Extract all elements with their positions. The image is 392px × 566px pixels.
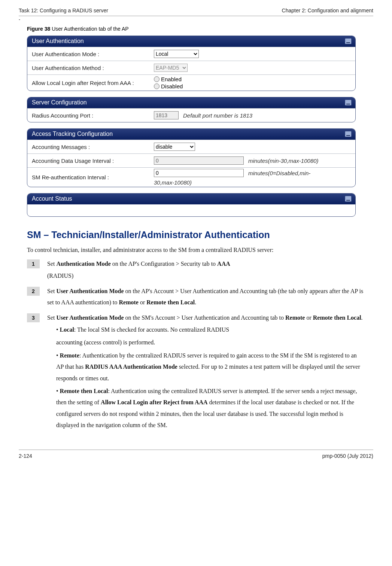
step-text: Set Authentication Mode on the AP's Conf… <box>47 258 365 283</box>
header-left: Task 12: Configuring a RADIUS server <box>19 7 108 13</box>
t: • <box>56 388 60 394</box>
radio-label: Enabled <box>161 76 182 82</box>
t: or <box>139 299 146 305</box>
panel-header: Access Tracking Configuration <box>27 129 355 140</box>
t: Authentication Mode <box>56 261 110 267</box>
row-accounting-messages: Accounting Messages : disable <box>27 140 355 153</box>
panel-access-tracking: Access Tracking Configuration Accounting… <box>27 128 356 187</box>
radio-enabled[interactable]: Enabled <box>154 76 183 82</box>
step-number: 2 <box>27 287 40 296</box>
reauth-interval-input[interactable] <box>154 169 244 177</box>
figure-label: Figure 38 <box>27 26 50 32</box>
t: : The local SM is checked for accounts. … <box>74 326 229 333</box>
t: on the SM's Account > User Authenticatio… <box>124 314 285 321</box>
t: • <box>56 352 60 359</box>
steps-list: 1 Set Authentication Mode on the AP's Co… <box>27 258 365 432</box>
t: Remote then Local <box>313 314 361 321</box>
t: Allow Local Login after Reject from AAA <box>101 399 208 405</box>
t: User Authentication Mode <box>56 314 124 321</box>
footer-right: pmp-0050 (July 2012) <box>322 453 373 459</box>
t: on the AP's Configuration > Security tab… <box>111 261 217 267</box>
dash: - <box>19 17 373 22</box>
label: Radius Accounting Port : <box>32 112 154 119</box>
label: User Authentication Mode : <box>32 51 154 57</box>
step-number: 1 <box>27 259 40 268</box>
row-accounting-interval: Accounting Data Usage Interval : minutes… <box>27 153 355 167</box>
panel-header: User Authentication <box>27 36 355 47</box>
t: Remote <box>119 299 139 305</box>
t: Set <box>47 261 56 267</box>
t: . <box>195 299 196 305</box>
step-3: 3 Set User Authentication Mode on the SM… <box>27 312 365 433</box>
row-radius-port: Radius Accounting Port : Default port nu… <box>27 108 355 122</box>
t: Remote <box>60 352 79 359</box>
hint: minutes(0=Disabled,min- <box>248 170 310 176</box>
radio-icon <box>154 83 159 89</box>
step-1: 1 Set Authentication Mode on the AP's Co… <box>27 258 365 283</box>
panel-title: Access Tracking Configuration <box>32 131 113 137</box>
section-intro: To control technician, installer, and ad… <box>27 244 365 256</box>
t: . <box>361 314 363 321</box>
label: User Authentication Method : <box>32 65 154 71</box>
panel-title: Account Status <box>32 195 72 202</box>
t: Set <box>47 288 56 294</box>
t: (RADIUS) <box>47 270 365 282</box>
accounting-messages-select[interactable]: disable <box>154 143 195 151</box>
accounting-interval-input <box>154 156 244 165</box>
figure-caption: Figure 38 User Authentication tab of the… <box>27 26 373 32</box>
label: Allow Local Login after Reject from AAA … <box>32 80 154 86</box>
label: SM Re-authentication Interval : <box>32 174 154 180</box>
step-number: 3 <box>27 313 40 322</box>
footer-left: 2-124 <box>19 453 32 459</box>
row-user-auth-method: User Authentication Method : EAP-MD5 <box>27 61 355 74</box>
t: Remote <box>285 314 305 321</box>
t: • <box>56 326 60 333</box>
panel-account-status: Account Status <box>27 193 356 217</box>
panel-header: Server Configuration <box>27 97 355 108</box>
panel-header: Account Status <box>27 194 355 204</box>
radius-port-input <box>154 111 179 119</box>
t: accounting (access control) is performed… <box>56 337 365 348</box>
panel-server-configuration: Server Configuration Radius Accounting P… <box>27 97 356 122</box>
panel-user-authentication: User Authentication User Authentication … <box>27 36 356 91</box>
panel-title: Server Configuration <box>32 99 87 106</box>
t: RADIUS AAA Authentication Mode <box>85 363 177 370</box>
step-2: 2 Set User Authentication Mode on the AP… <box>27 286 365 309</box>
t: User Authentication Mode <box>56 288 124 294</box>
minimize-icon[interactable] <box>345 100 352 106</box>
header-right: Chapter 2: Configuration and alignment <box>282 7 373 13</box>
page-footer: 2-124 pmp-0050 (July 2012) <box>19 450 373 459</box>
figure-ui: User Authentication User Authentication … <box>27 36 356 217</box>
label: Accounting Messages : <box>32 144 154 150</box>
t: or <box>305 314 313 321</box>
t: AAA <box>217 261 230 267</box>
hint: Default port number is 1813 <box>183 112 252 119</box>
t: Local <box>60 326 74 333</box>
row-allow-local-login: Allow Local Login after Reject from AAA … <box>27 74 355 91</box>
radio-icon <box>154 76 159 82</box>
t: Remote then Local <box>60 388 108 394</box>
t: Set <box>47 314 56 321</box>
step-text: Set User Authentication Mode on the AP's… <box>47 286 365 309</box>
header-rule <box>19 16 373 16</box>
label: Accounting Data Usage Interval : <box>32 158 154 164</box>
minimize-icon[interactable] <box>345 196 352 202</box>
user-auth-method-select: EAP-MD5 <box>154 64 188 72</box>
hint: minutes(min-30,max-10080) <box>248 158 319 164</box>
panel-body-empty <box>27 204 355 216</box>
step-text: Set User Authentication Mode on the SM's… <box>47 312 365 433</box>
radio-disabled[interactable]: Disabled <box>154 83 183 89</box>
section-heading: SM – Technician/Installer/Administrator … <box>27 229 373 240</box>
t: Remote then Local <box>146 299 195 305</box>
panel-title: User Authentication <box>32 38 84 45</box>
hint-line2: 30,max-10080) <box>154 179 355 186</box>
row-reauth-interval: SM Re-authentication Interval : minutes(… <box>27 167 355 187</box>
figure-text: User Authentication tab of the AP <box>50 26 128 32</box>
bullets: • Local: The local SM is checked for acc… <box>56 324 365 431</box>
row-user-auth-mode: User Authentication Mode : Local <box>27 47 355 61</box>
minimize-icon[interactable] <box>345 38 352 44</box>
running-header: Task 12: Configuring a RADIUS server Cha… <box>19 7 373 16</box>
minimize-icon[interactable] <box>345 131 352 137</box>
user-auth-mode-select[interactable]: Local <box>154 50 199 58</box>
radio-label: Disabled <box>161 83 183 89</box>
